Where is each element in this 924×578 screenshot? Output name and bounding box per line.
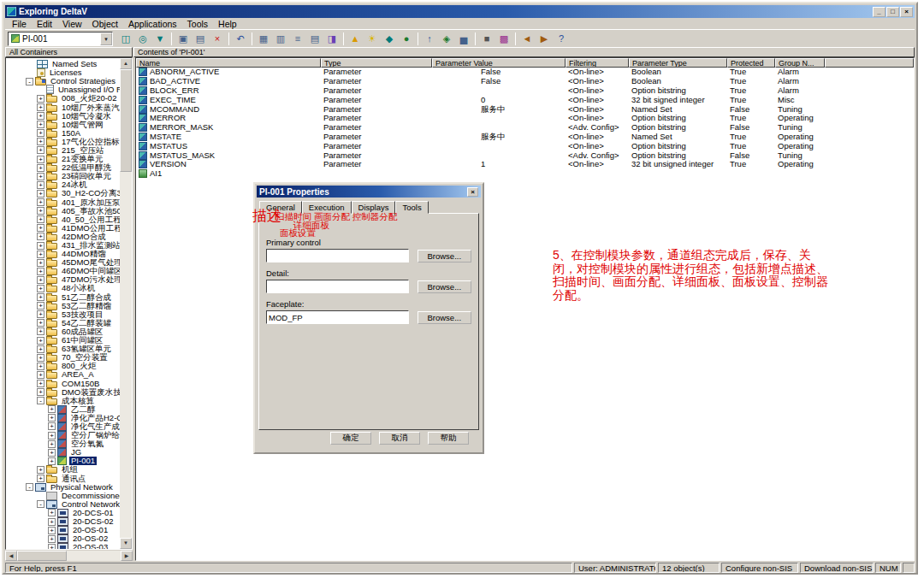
expander-icon[interactable]: +	[37, 207, 44, 215]
scroll-up-icon[interactable]: ▲	[120, 58, 132, 69]
view-details-button[interactable]: ▤	[307, 32, 323, 46]
download-globe-button[interactable]: ●	[399, 32, 414, 46]
expander-icon[interactable]: +	[48, 544, 56, 549]
column-header-group-n-[interactable]: Group N...	[775, 58, 825, 68]
field-input-0[interactable]	[266, 249, 409, 262]
column-header-parameter-type[interactable]: Parameter Type	[629, 58, 727, 68]
maximize-button[interactable]: □	[886, 7, 899, 17]
expander-icon[interactable]: -	[37, 397, 44, 404]
scroll-right-icon[interactable]: ▶	[121, 551, 133, 561]
expander-icon[interactable]: +	[37, 138, 44, 145]
table-row[interactable]: EXEC_TIMEParameter0<On-line>32 bit signe…	[136, 95, 914, 104]
browse-button[interactable]: Browse...	[418, 280, 471, 293]
upload-button[interactable]: ↑	[422, 32, 437, 46]
browse-button[interactable]: Browse...	[418, 311, 471, 324]
tree-item[interactable]: +PI-001	[6, 457, 120, 465]
paste-button[interactable]: ▤	[192, 32, 208, 46]
dialog-button-0[interactable]: 确定	[330, 432, 371, 445]
expander-icon[interactable]: +	[37, 103, 44, 111]
expander-icon[interactable]: +	[48, 422, 56, 430]
table-row[interactable]: VERSIONParameter1<On-line>32 bit unsigne…	[136, 160, 914, 169]
parameter-button[interactable]: ◆	[382, 32, 397, 46]
dialog-button-2[interactable]: 帮助	[428, 432, 469, 445]
expander-icon[interactable]: +	[48, 518, 56, 526]
find-button[interactable]: ◎	[135, 32, 151, 46]
expander-icon[interactable]: +	[48, 449, 56, 457]
print-button[interactable]: ■	[479, 32, 495, 46]
expander-icon[interactable]: +	[37, 129, 44, 137]
expander-icon[interactable]: +	[48, 440, 56, 448]
column-header-filtering[interactable]: Filtering	[566, 58, 629, 68]
column-header-parameter-value[interactable]: Parameter Value	[432, 58, 566, 68]
tree-item[interactable]: +JG	[6, 448, 120, 457]
expander-icon[interactable]: +	[37, 215, 44, 223]
expander-icon[interactable]: +	[37, 354, 44, 362]
table-row[interactable]: MERRORParameter<On-line>Option bitstring…	[136, 114, 914, 123]
expander-icon[interactable]: +	[37, 112, 44, 120]
delete-button[interactable]: ×	[210, 32, 225, 46]
table-row[interactable]: AI1	[136, 169, 914, 179]
scroll-down-icon[interactable]: ▼	[120, 538, 132, 549]
expander-icon[interactable]: +	[37, 293, 44, 301]
field-input-2[interactable]	[266, 310, 409, 324]
column-header-protected[interactable]: Protected	[727, 58, 775, 68]
expander-icon[interactable]: +	[37, 276, 44, 284]
expander-icon[interactable]: +	[37, 95, 44, 103]
minimize-button[interactable]: _	[873, 7, 886, 17]
scrollbar-track[interactable]	[67, 551, 121, 561]
lightbulb-button[interactable]: ☀	[364, 32, 380, 46]
tree-vertical-scrollbar[interactable]: ▲ ▼	[120, 58, 132, 549]
network-status-button[interactable]: ◈	[439, 32, 454, 46]
expander-icon[interactable]: +	[37, 337, 44, 345]
expander-icon[interactable]: +	[37, 164, 44, 172]
expander-icon[interactable]: +	[37, 310, 44, 318]
expander-icon[interactable]: +	[48, 405, 56, 413]
chevron-down-icon[interactable]: ▼	[100, 32, 112, 45]
expander-icon[interactable]: +	[37, 371, 44, 379]
expander-icon[interactable]: +	[37, 190, 44, 198]
column-header-type[interactable]: Type	[321, 58, 432, 68]
expander-icon[interactable]: +	[37, 302, 44, 310]
dialog-button-1[interactable]: 取消	[379, 432, 420, 445]
expander-icon[interactable]: +	[37, 121, 44, 128]
view-small-icons-button[interactable]: ▥	[273, 32, 288, 46]
object-combobox[interactable]: PI-001 ▼	[8, 32, 113, 46]
tree-item[interactable]: +机组	[6, 465, 120, 474]
expander-icon[interactable]: +	[37, 173, 44, 180]
dialog-title-bar[interactable]: PI-001 Properties ×	[257, 186, 481, 198]
picture-button[interactable]: ▩	[496, 32, 512, 46]
tree-item[interactable]: +AREA_A	[6, 370, 120, 379]
tree-item[interactable]: +20-OS-03	[6, 543, 120, 549]
field-input-1[interactable]	[266, 280, 409, 293]
table-row[interactable]: MSTATUSParameter<On-line>Option bitstrin…	[136, 141, 914, 150]
tree-item[interactable]: +空分氧氮	[6, 439, 120, 448]
filter-button[interactable]: ▼	[152, 32, 168, 46]
expander-icon[interactable]: +	[37, 388, 44, 396]
expander-icon[interactable]: +	[37, 181, 44, 189]
tab-tools[interactable]: Tools	[395, 201, 428, 214]
browse-button[interactable]: Browse...	[418, 250, 471, 262]
table-row[interactable]: MERROR_MASKParameter<Adv. Config>Option …	[136, 123, 914, 133]
menu-item-applications[interactable]: Applications	[123, 19, 182, 29]
expander-icon[interactable]: +	[37, 319, 44, 327]
expander-icon[interactable]: +	[37, 233, 44, 240]
copy-button[interactable]: ▣	[175, 32, 191, 46]
expander-icon[interactable]: +	[37, 345, 44, 353]
expander-icon[interactable]: +	[48, 509, 56, 516]
title-bar[interactable]: Exploring DeltaV _ □ ×	[5, 5, 915, 18]
expander-icon[interactable]: +	[37, 380, 44, 387]
expander-icon[interactable]: +	[37, 259, 44, 267]
view-list-button[interactable]: ≡	[290, 32, 305, 46]
expander-icon[interactable]: +	[37, 242, 44, 250]
table-row[interactable]: MCOMMANDParameter服务中<On-line>Named SetFa…	[136, 104, 914, 114]
tree-item[interactable]: +008_火炬20-02	[6, 94, 120, 103]
expander-icon[interactable]: +	[37, 156, 44, 163]
properties-button[interactable]: ◨	[324, 32, 340, 46]
expander-icon[interactable]: +	[48, 527, 56, 534]
help-button[interactable]: ?	[554, 32, 569, 46]
expander-icon[interactable]: +	[37, 268, 44, 275]
view-hierarchy-button[interactable]: ◫	[118, 32, 133, 46]
tree-item[interactable]: +30_H2-CO分离30-01	[6, 189, 120, 198]
scroll-left-icon[interactable]: ◀	[5, 551, 17, 561]
close-button[interactable]: ×	[900, 7, 913, 17]
